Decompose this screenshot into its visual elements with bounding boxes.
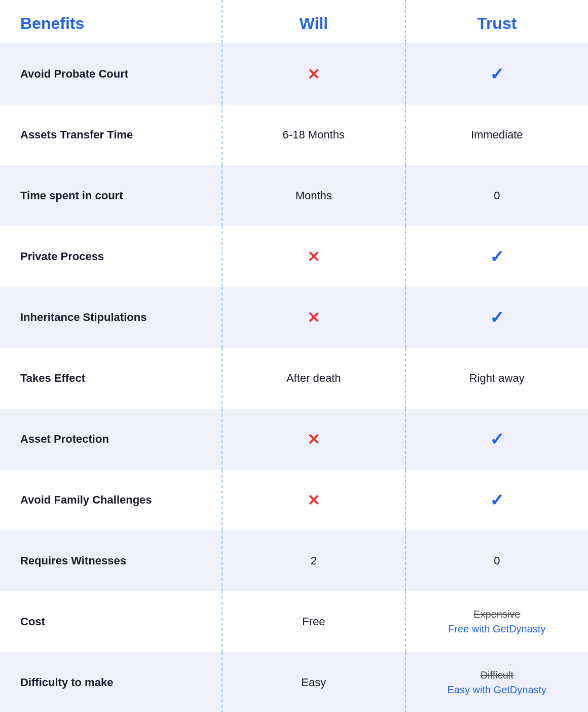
check-icon: ✓: [490, 429, 504, 449]
trust-header: Trust: [405, 0, 589, 43]
will-value: Free: [222, 591, 405, 652]
blue-promo-text: Free with GetDynasty: [448, 623, 545, 635]
check-icon: ✓: [490, 246, 504, 267]
trust-value-stack: Difficult Easy with GetDynasty: [447, 669, 546, 696]
trust-value: ✓: [405, 44, 589, 104]
will-header: Will: [222, 0, 405, 43]
comparison-rows: Avoid Probate Court✕✓Assets Transfer Tim…: [0, 44, 588, 712]
table-row: Avoid Family Challenges✕✓: [0, 470, 588, 530]
benefit-label: Avoid Probate Court: [0, 52, 222, 96]
trust-value: Expensive Free with GetDynasty: [405, 591, 589, 652]
check-icon: ✓: [490, 307, 504, 328]
benefit-label: Time spent in court: [0, 174, 222, 218]
trust-value: ✓: [405, 470, 589, 530]
table-row: CostFree Expensive Free with GetDynasty: [0, 591, 588, 652]
table-row: Requires Witnesses20: [0, 530, 588, 591]
check-icon: ✓: [490, 490, 504, 510]
table-row: Avoid Probate Court✕✓: [0, 44, 588, 104]
cross-icon: ✕: [307, 248, 320, 266]
benefit-label: Takes Effect: [0, 357, 222, 400]
benefit-label: Cost: [0, 600, 222, 644]
strikethrough-text: Difficult: [481, 669, 513, 681]
table-row: Private Process✕✓: [0, 226, 588, 287]
benefit-label: Requires Witnesses: [0, 539, 222, 583]
benefit-label: Assets Transfer Time: [0, 113, 222, 157]
trust-value-stack: Expensive Free with GetDynasty: [448, 609, 545, 635]
benefit-label: Inheritance Stipulations: [0, 296, 222, 339]
check-icon: ✓: [490, 64, 504, 84]
trust-value: Difficult Easy with GetDynasty: [405, 652, 589, 712]
will-value: After death: [222, 348, 405, 409]
trust-value: 0: [405, 165, 589, 226]
benefit-label: Private Process: [0, 235, 222, 278]
table-row: Difficulty to makeEasy Difficult Easy wi…: [0, 652, 588, 712]
trust-value: 0: [405, 530, 589, 591]
table-row: Asset Protection✕✓: [0, 409, 588, 470]
table-row: Inheritance Stipulations✕✓: [0, 287, 588, 348]
table-row: Assets Transfer Time6-18 MonthsImmediate: [0, 104, 588, 165]
table-header: Benefits Will Trust: [0, 0, 588, 44]
trust-value: Immediate: [405, 104, 589, 165]
will-value: ✕: [222, 44, 405, 104]
will-value: 2: [222, 530, 405, 591]
will-value: ✕: [222, 470, 405, 530]
benefits-header: Benefits: [0, 0, 222, 43]
benefit-label: Asset Protection: [0, 417, 222, 461]
trust-value: ✓: [405, 226, 589, 287]
cross-icon: ✕: [307, 491, 320, 509]
cross-icon: ✕: [307, 431, 320, 448]
trust-value: ✓: [405, 287, 589, 348]
table-row: Time spent in courtMonths0: [0, 165, 588, 226]
will-value: Months: [222, 165, 405, 226]
will-value: 6-18 Months: [222, 104, 405, 165]
cross-icon: ✕: [307, 309, 320, 327]
benefit-label: Difficulty to make: [0, 661, 222, 704]
will-value: ✕: [222, 226, 405, 287]
will-value: ✕: [222, 409, 405, 470]
strikethrough-text: Expensive: [473, 609, 520, 620]
will-value: ✕: [222, 287, 405, 348]
cross-icon: ✕: [307, 65, 320, 83]
trust-value: Right away: [405, 348, 589, 409]
trust-value: ✓: [405, 409, 589, 470]
table-row: Takes EffectAfter deathRight away: [0, 348, 588, 409]
blue-promo-text: Easy with GetDynasty: [447, 684, 546, 696]
benefit-label: Avoid Family Challenges: [0, 478, 222, 522]
will-value: Easy: [222, 652, 405, 712]
